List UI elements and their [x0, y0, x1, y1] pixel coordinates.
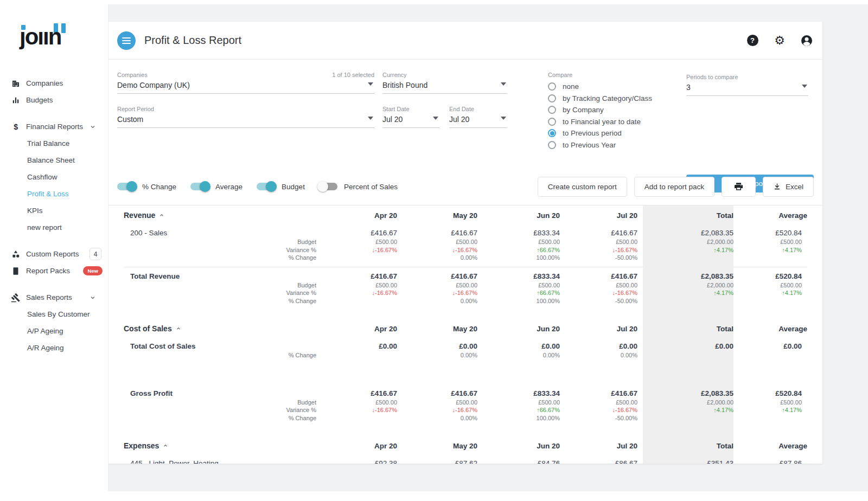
sidebar-item-new-report[interactable]: new report [0, 219, 108, 236]
count-badge: 4 [90, 248, 101, 260]
section-title[interactable]: Revenue [124, 211, 316, 220]
sub-metric-label [232, 228, 316, 238]
account-button[interactable] [800, 34, 814, 48]
sidebar-item-trial-balance[interactable]: Trial Balance [0, 135, 108, 152]
sidebar-item-a-r-ageing[interactable]: A/R Ageing [0, 339, 108, 356]
value-cell: 0.00% [560, 351, 637, 359]
sidebar-item-report-packs[interactable]: Report PacksNew [0, 262, 108, 279]
value-cell: £2,083.35 [637, 389, 733, 399]
row-label-cell: Total Cost of Sales [124, 342, 232, 351]
custom-reports-icon [11, 249, 26, 259]
value-cell: £833.34 [477, 228, 560, 238]
toggle-budget[interactable]: Budget [257, 183, 305, 191]
sidebar-item-label: Cashflow [27, 173, 58, 181]
start-date-select[interactable]: Start Date Jul 20 [382, 106, 439, 128]
sidebar-item-profit-loss[interactable]: Profit & Loss [0, 185, 108, 202]
value-cell [733, 351, 807, 359]
column-header: Apr 20 [316, 442, 397, 450]
companies-select[interactable]: Companies Demo Company (UK) 1 of 10 sele… [117, 72, 374, 94]
row-label-cell: Gross Profit [124, 389, 232, 399]
toggle--change[interactable]: % Change [117, 183, 176, 191]
menu-button[interactable] [117, 31, 136, 50]
column-header: Average [733, 325, 807, 333]
sub-metric-label: % Change [232, 351, 316, 359]
value-cell: ↓-16.67% [316, 246, 397, 254]
compare-option-to-financial-year-to-date[interactable]: to Financial year to date [548, 118, 652, 126]
value-cell: £416.67 [316, 389, 397, 399]
sidebar-item-label: A/P Ageing [27, 327, 63, 335]
value-cell: £351.43 [637, 459, 733, 464]
sidebar-item-kpis[interactable]: KPIs [0, 202, 108, 219]
end-date-label: End Date [449, 106, 507, 112]
add-to-report-pack-button[interactable]: Add to report pack [634, 177, 714, 197]
value-cell: ↑4.17% [733, 246, 807, 254]
value-cell: £2,000.00 [637, 281, 733, 290]
start-date-value: Jul 20 [382, 115, 439, 124]
sub-metric-label: Variance % [232, 406, 316, 414]
table-line: % Change0.00%100.00%-50.00% [124, 297, 807, 305]
logo-text: ȷoıın [20, 24, 61, 49]
value-cell: £833.34 [477, 272, 560, 281]
excel-export-button[interactable]: Excel [763, 177, 814, 197]
value-cell: £416.67 [316, 272, 397, 281]
logo-accent-bar [61, 23, 66, 33]
header-icons: ? ⚙ [745, 34, 814, 48]
end-date-select[interactable]: End Date Jul 20 [449, 106, 507, 128]
sidebar-item-balance-sheet[interactable]: Balance Sheet [0, 152, 108, 169]
sidebar-item-sales-by-customer[interactable]: Sales By Customer [0, 306, 108, 323]
currency-value: British Pound [382, 81, 507, 89]
compare-option-by-company[interactable]: by Company [548, 106, 652, 114]
column-header: May 20 [397, 442, 477, 450]
help-button[interactable]: ? [745, 34, 760, 48]
section-title[interactable]: Expenses [124, 441, 316, 450]
print-button[interactable] [722, 177, 756, 197]
report-packs-icon [11, 266, 26, 276]
excel-label: Excel [786, 183, 803, 191]
compare-option-label: to Financial year to date [563, 118, 641, 126]
value-cell: ↓-16.67% [397, 246, 477, 254]
sidebar-item-label: Balance Sheet [27, 156, 75, 164]
periods-select[interactable]: Periods to compare 3 [686, 74, 808, 96]
report-period-select[interactable]: Report Period Custom [117, 106, 374, 128]
section-title[interactable]: Cost of Sales [124, 324, 316, 333]
sidebar-item-custom-reports[interactable]: Custom Reports4 [0, 246, 108, 262]
radio-button-icon [548, 118, 556, 126]
create-custom-report-button[interactable]: Create custom report [538, 177, 627, 197]
value-cell: £2,000.00 [637, 399, 733, 407]
pnl-table: RevenueApr 20May 20Jun 20Jul 20TotalAver… [108, 205, 822, 464]
compare-option-none[interactable]: none [548, 82, 652, 91]
sidebar-item-cashflow[interactable]: Cashflow [0, 169, 108, 185]
companies-value: Demo Company (UK) [117, 81, 374, 89]
value-cell: £87.86 [733, 459, 807, 464]
svg-text:$: $ [14, 122, 18, 131]
compare-option-by-tracking-category-class[interactable]: by Tracking Category/Class [548, 94, 652, 102]
sidebar-item-companies[interactable]: Companies [0, 75, 108, 92]
value-cell: £500.00 [316, 399, 397, 407]
sidebar-item-label: Report Packs [26, 267, 70, 275]
value-cell: ↑4.17% [733, 289, 807, 297]
sidebar-item-budgets[interactable]: Budgets [0, 92, 108, 108]
table-line: % Change0.00%100.00%-50.00% [124, 414, 807, 422]
toggle-average[interactable]: Average [190, 183, 242, 191]
value-cell: ↑66.67% [477, 406, 560, 414]
radio-button-icon [548, 94, 556, 102]
currency-select[interactable]: Currency British Pound [382, 72, 507, 94]
compare-option-to-previous-period[interactable]: to Previous period [548, 129, 652, 137]
settings-button[interactable]: ⚙ [773, 34, 787, 48]
sidebar-item-a-p-ageing[interactable]: A/P Ageing [0, 323, 108, 339]
report-period-label: Report Period [117, 106, 374, 112]
row-label-cell [124, 281, 232, 290]
toggle-label: Average [215, 183, 242, 191]
section-expenses: ExpensesApr 20May 20Jun 20Jul 20TotalAve… [124, 436, 807, 464]
toggle-percent-of-sales[interactable]: Percent of Sales [319, 183, 398, 191]
value-cell: £500.00 [477, 399, 560, 407]
compare-option-label: to Previous Year [563, 141, 616, 149]
dropdown-caret-icon [802, 85, 807, 88]
sidebar-item-label: Companies [26, 79, 63, 87]
table-line: Total Revenue£416.67£416.67£833.34£416.6… [124, 272, 807, 281]
column-header: Jul 20 [560, 442, 637, 450]
value-cell: £0.00 [637, 342, 733, 351]
compare-option-to-previous-year[interactable]: to Previous Year [548, 141, 652, 149]
sidebar-item-sales-reports[interactable]: Sales Reports [0, 289, 108, 306]
sidebar-item-financial-reports[interactable]: $Financial Reports [0, 118, 108, 135]
